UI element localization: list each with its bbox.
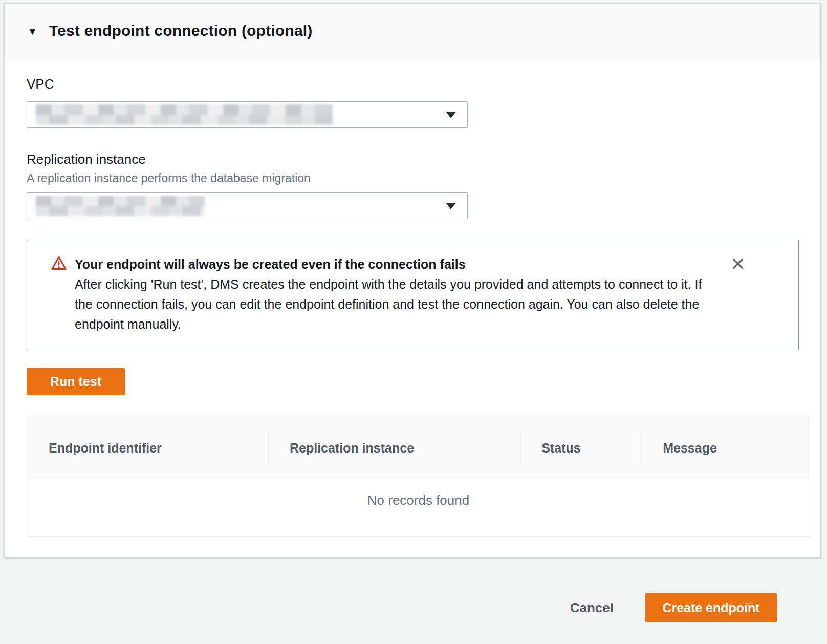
column-header-endpoint-identifier: Endpoint identifier xyxy=(27,417,268,479)
vpc-selected-value-redacted xyxy=(36,104,333,125)
panel-header[interactable]: ▼ Test endpoint connection (optional) xyxy=(5,4,820,59)
test-endpoint-connection-panel: ▼ Test endpoint connection (optional) VP… xyxy=(4,3,821,557)
warning-alert-body: After clicking 'Run test', DMS creates t… xyxy=(75,274,717,334)
warning-alert-content: Your endpoint will always be created eve… xyxy=(75,254,728,334)
vpc-label: VPC xyxy=(27,76,799,92)
table-header-row: Endpoint identifier Replication instance… xyxy=(27,417,810,479)
panel-title: Test endpoint connection (optional) xyxy=(49,22,313,39)
vpc-select[interactable] xyxy=(27,101,468,128)
replication-instance-field: Replication instance A replication insta… xyxy=(27,152,799,219)
replication-instance-label: Replication instance xyxy=(27,152,799,167)
create-endpoint-button[interactable]: Create endpoint xyxy=(645,593,777,622)
replication-instance-select[interactable] xyxy=(27,192,468,219)
vpc-select-caret-icon xyxy=(446,112,456,118)
table-empty-state: No records found xyxy=(27,479,810,536)
column-header-status: Status xyxy=(520,417,641,479)
warning-triangle-icon xyxy=(51,255,67,271)
section-expand-caret-icon: ▼ xyxy=(27,26,38,36)
test-results-table: Endpoint identifier Replication instance… xyxy=(27,417,810,537)
alert-close-button[interactable] xyxy=(728,253,748,274)
replication-instance-selected-value-redacted xyxy=(36,196,205,216)
cancel-button[interactable]: Cancel xyxy=(570,600,614,616)
warning-alert-title: Your endpoint will always be created eve… xyxy=(75,254,717,274)
vpc-field: VPC xyxy=(27,76,799,128)
replication-instance-select-caret-icon xyxy=(446,203,456,209)
replication-instance-description: A replication instance performs the data… xyxy=(27,171,799,185)
column-header-message: Message xyxy=(641,417,810,479)
column-header-replication-instance: Replication instance xyxy=(268,417,520,479)
panel-body: VPC Replication instance A replication i… xyxy=(5,59,820,557)
form-actions-footer: Cancel Create endpoint xyxy=(0,566,827,644)
warning-alert: Your endpoint will always be created eve… xyxy=(27,240,799,350)
run-test-button[interactable]: Run test xyxy=(27,368,125,395)
close-x-icon xyxy=(730,256,746,271)
